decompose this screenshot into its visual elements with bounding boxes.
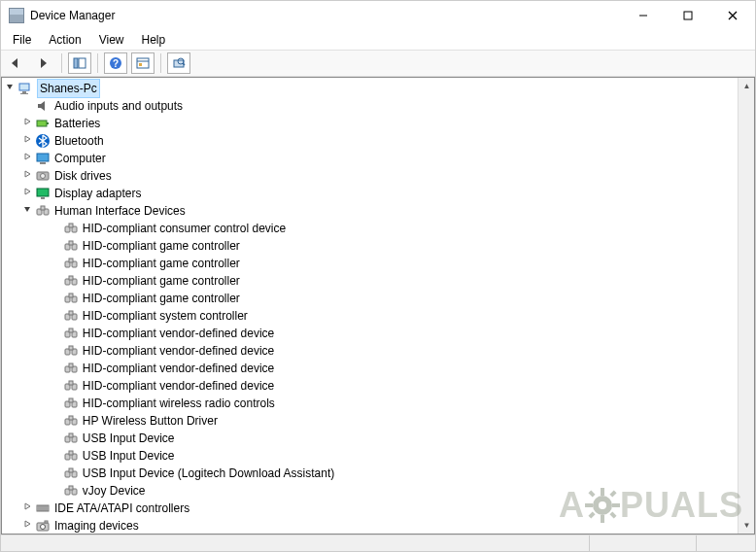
- close-button[interactable]: [710, 1, 755, 30]
- tree-category-label[interactable]: Display adapters: [54, 185, 141, 202]
- expand-icon[interactable]: [19, 500, 35, 517]
- tree-item[interactable]: HP Wireless Button Driver: [2, 412, 738, 430]
- tree-item[interactable]: vJoy Device: [2, 482, 738, 500]
- tree-category[interactable]: Human Interface Devices: [2, 202, 738, 220]
- tree-category[interactable]: Audio inputs and outputs: [2, 97, 738, 115]
- tree-item-label[interactable]: USB Input Device (Logitech Download Assi…: [83, 465, 334, 482]
- tree-root-label[interactable]: Shanes-Pc: [37, 79, 100, 98]
- expand-icon[interactable]: [19, 185, 35, 202]
- tree-item-label[interactable]: HID-compliant game controller: [83, 272, 240, 290]
- svg-rect-10: [139, 63, 142, 66]
- tree-item[interactable]: USB Input Device: [2, 447, 738, 465]
- tree-category[interactable]: Computer: [2, 150, 738, 167]
- tree-category-label[interactable]: Computer: [54, 150, 106, 167]
- tree-item-label[interactable]: HID-compliant vendor-defined device: [83, 360, 274, 377]
- tree-item-label[interactable]: USB Input Device: [83, 430, 175, 447]
- tree-item[interactable]: USB Input Device (Logitech Download Assi…: [2, 465, 738, 482]
- collapse-icon[interactable]: [19, 202, 35, 220]
- tree-item-label[interactable]: HID-compliant vendor-defined device: [83, 325, 274, 342]
- tree-category-label[interactable]: Imaging devices: [54, 517, 139, 534]
- svg-rect-16: [20, 93, 28, 94]
- tree-item-label[interactable]: HID-compliant consumer control device: [83, 220, 286, 237]
- svg-rect-37: [69, 259, 73, 262]
- tree-item[interactable]: HID-compliant wireless radio controls: [2, 395, 738, 412]
- expand-icon[interactable]: [19, 167, 35, 185]
- tree-category-label[interactable]: Disk drives: [54, 167, 112, 185]
- tree-item-label[interactable]: HID-compliant game controller: [83, 290, 240, 307]
- menu-action[interactable]: Action: [41, 31, 88, 49]
- computer-icon: [35, 151, 51, 166]
- minimize-button[interactable]: [621, 1, 666, 30]
- tree-category[interactable]: Display adapters: [2, 185, 738, 202]
- scroll-down-button[interactable]: ▼: [739, 517, 755, 534]
- tree-category-label[interactable]: Audio inputs and outputs: [54, 97, 183, 115]
- vertical-scrollbar[interactable]: ▲ ▼: [738, 78, 754, 534]
- tree-category-label[interactable]: Batteries: [54, 115, 100, 132]
- tree-root[interactable]: Shanes-Pc: [2, 80, 738, 97]
- scroll-up-button[interactable]: ▲: [739, 78, 755, 94]
- imaging-icon: [35, 518, 51, 534]
- disk-icon: [35, 168, 51, 184]
- expand-icon[interactable]: [19, 132, 35, 150]
- forward-button[interactable]: [32, 52, 55, 74]
- toolbar: ?: [1, 50, 755, 77]
- hid-icon: [63, 483, 79, 499]
- scan-hardware-button[interactable]: [167, 52, 190, 74]
- tree-item-label[interactable]: USB Input Device: [83, 447, 175, 465]
- back-button[interactable]: [5, 52, 28, 74]
- status-segment: [1, 535, 590, 551]
- tree-item-label[interactable]: HP Wireless Button Driver: [83, 412, 218, 430]
- svg-rect-73: [69, 468, 73, 472]
- tree-item[interactable]: HID-compliant vendor-defined device: [2, 342, 738, 360]
- scroll-track[interactable]: [739, 94, 754, 517]
- help-button[interactable]: ?: [104, 52, 127, 74]
- hid-icon: [63, 466, 79, 481]
- tree-category-label[interactable]: IDE ATA/ATAPI controllers: [54, 500, 189, 517]
- svg-rect-17: [37, 121, 47, 126]
- menu-help[interactable]: Help: [134, 31, 174, 49]
- maximize-button[interactable]: [666, 1, 710, 30]
- tree-item[interactable]: HID-compliant consumer control device: [2, 220, 738, 237]
- tree-item[interactable]: HID-compliant game controller: [2, 272, 738, 290]
- tree-item[interactable]: HID-compliant system controller: [2, 307, 738, 325]
- window-controls: [621, 1, 755, 30]
- tree-item-label[interactable]: HID-compliant game controller: [83, 237, 240, 255]
- tree-item-label[interactable]: HID-compliant wireless radio controls: [83, 395, 275, 412]
- tree-category[interactable]: Batteries: [2, 115, 738, 132]
- svg-text:?: ?: [113, 58, 119, 69]
- tree-item-label[interactable]: HID-compliant vendor-defined device: [83, 342, 274, 360]
- toolbar-separator: [97, 53, 98, 73]
- menu-view[interactable]: View: [91, 31, 132, 49]
- tree-item[interactable]: HID-compliant vendor-defined device: [2, 360, 738, 377]
- tree-item[interactable]: HID-compliant game controller: [2, 237, 738, 255]
- svg-rect-8: [137, 58, 149, 68]
- menu-file[interactable]: File: [5, 31, 39, 49]
- hid-icon: [63, 378, 79, 394]
- expand-icon[interactable]: [19, 115, 35, 132]
- show-hide-tree-button[interactable]: [68, 52, 91, 74]
- tree-category-label[interactable]: Bluetooth: [54, 132, 104, 150]
- tree-item[interactable]: HID-compliant vendor-defined device: [2, 377, 738, 395]
- properties-button[interactable]: [131, 52, 155, 74]
- expand-icon[interactable]: [19, 517, 35, 534]
- tree-item-label[interactable]: HID-compliant system controller: [83, 307, 248, 325]
- tree-category[interactable]: Bluetooth: [2, 132, 738, 150]
- tree-item-label[interactable]: vJoy Device: [83, 482, 146, 500]
- tree-item[interactable]: HID-compliant game controller: [2, 290, 738, 307]
- hid-icon: [63, 256, 79, 271]
- tree-category-label[interactable]: Human Interface Devices: [54, 202, 186, 220]
- tree-item-label[interactable]: HID-compliant game controller: [83, 255, 240, 272]
- tree-category[interactable]: Imaging devices: [2, 517, 738, 534]
- expand-icon[interactable]: [19, 150, 35, 167]
- svg-rect-25: [41, 197, 45, 199]
- svg-rect-18: [47, 122, 49, 124]
- tree-item[interactable]: HID-compliant game controller: [2, 255, 738, 272]
- collapse-icon[interactable]: [2, 80, 17, 97]
- tree-item-label[interactable]: HID-compliant vendor-defined device: [83, 377, 274, 395]
- tree-category[interactable]: Disk drives: [2, 167, 738, 185]
- device-tree[interactable]: Shanes-PcAudio inputs and outputsBatteri…: [2, 78, 738, 534]
- svg-rect-24: [37, 189, 49, 196]
- tree-category[interactable]: IDE ATA/ATAPI controllers: [2, 500, 738, 517]
- tree-item[interactable]: USB Input Device: [2, 430, 738, 447]
- tree-item[interactable]: HID-compliant vendor-defined device: [2, 325, 738, 342]
